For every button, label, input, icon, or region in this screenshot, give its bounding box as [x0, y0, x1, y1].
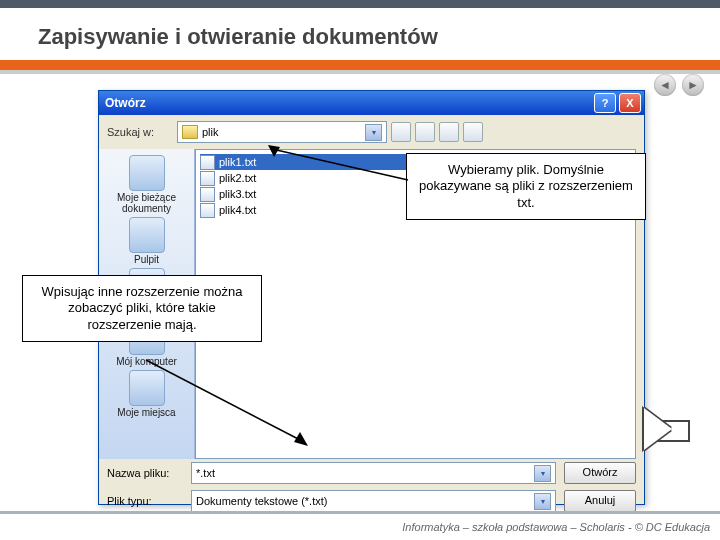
big-arrow [644, 408, 714, 450]
help-icon: ? [602, 97, 609, 109]
folder-icon [182, 125, 198, 139]
dialog-title: Otwórz [99, 96, 594, 110]
titlebar: Otwórz ? X [99, 91, 644, 115]
chevron-down-icon: ▾ [534, 465, 551, 482]
views-icon[interactable] [463, 122, 483, 142]
file-icon [200, 187, 215, 202]
slide: Zapisywanie i otwieranie dokumentów ◄ ► … [0, 0, 720, 540]
grey-bar [0, 70, 720, 74]
filetype-combo[interactable]: Dokumenty tekstowe (*.txt)▾ [191, 490, 556, 512]
up-icon[interactable] [415, 122, 435, 142]
chevron-left-icon: ◄ [659, 78, 671, 92]
help-button[interactable]: ? [594, 93, 616, 113]
top-stripe [0, 0, 720, 8]
filename-label: Nazwa pliku: [107, 467, 191, 479]
next-slide-button[interactable]: ► [682, 74, 704, 96]
close-icon: X [626, 97, 633, 109]
close-button[interactable]: X [619, 93, 641, 113]
lookin-label: Szukaj w: [107, 126, 177, 138]
prev-slide-button[interactable]: ◄ [654, 74, 676, 96]
myplaces-icon [129, 370, 165, 406]
sidebar-item-desktop[interactable]: Pulpit [107, 217, 187, 265]
sidebar-item-myplaces[interactable]: Moje miejsca [107, 370, 187, 418]
footer: Informatyka – szkoła podstawowa – Schola… [0, 511, 720, 540]
lookin-row: Szukaj w: plik ▾ [99, 115, 644, 149]
recent-icon [129, 155, 165, 191]
filename-row: Nazwa pliku: *.txt▾ Otwórz [99, 459, 644, 487]
file-icon [200, 203, 215, 218]
open-button[interactable]: Otwórz [564, 462, 636, 484]
cancel-button[interactable]: Anuluj [564, 490, 636, 512]
file-icon [200, 171, 215, 186]
desktop-icon [129, 217, 165, 253]
slide-title: Zapisywanie i otwieranie dokumentów [0, 8, 720, 60]
callout-extension: Wpisując inne rozszerzenie można zobaczy… [22, 275, 262, 342]
chevron-right-icon: ► [687, 78, 699, 92]
orange-bar [0, 60, 720, 70]
back-icon[interactable] [391, 122, 411, 142]
newfolder-icon[interactable] [439, 122, 459, 142]
chevron-down-icon: ▾ [534, 493, 551, 510]
filename-input[interactable]: *.txt▾ [191, 462, 556, 484]
callout-select-file: Wybieramy plik. Domyślnie pokazywane są … [406, 153, 646, 220]
filetype-label: Plik typu: [107, 495, 191, 507]
sidebar-item-recent[interactable]: Moje bieżące dokumenty [107, 155, 187, 214]
chevron-down-icon: ▾ [365, 124, 382, 141]
lookin-value: plik [202, 126, 219, 138]
lookin-combo[interactable]: plik ▾ [177, 121, 387, 143]
file-icon [200, 155, 215, 170]
footer-text: Informatyka – szkoła podstawowa – Schola… [402, 521, 710, 533]
